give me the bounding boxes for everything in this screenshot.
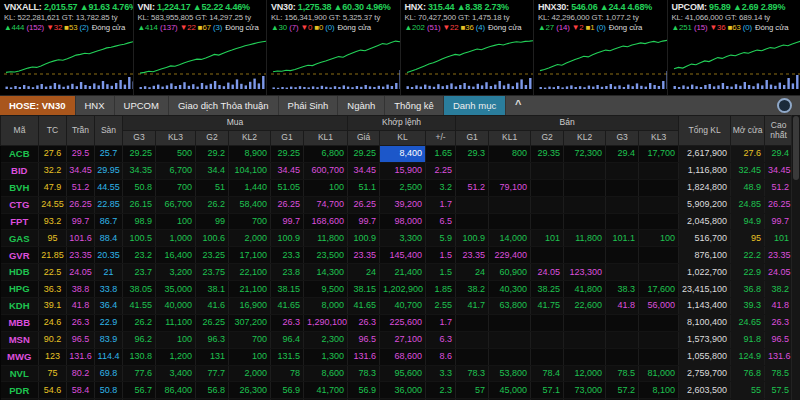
cell-bid1-vol[interactable]: 41,700: [304, 382, 348, 399]
cell-bid2-price[interactable]: 77.7: [196, 365, 229, 382]
cell-ask1-price[interactable]: 23.35: [456, 247, 489, 264]
tab-hnx[interactable]: HNX: [76, 96, 115, 115]
cell-match-price[interactable]: 24: [348, 264, 380, 281]
cell-bid1-price[interactable]: 26.25: [271, 196, 304, 213]
cell-bid3-vol[interactable]: 100: [156, 213, 196, 230]
cell-ask1-vol[interactable]: 40,300: [489, 281, 531, 298]
cell-total-vol[interactable]: 1,143,400: [679, 298, 731, 315]
cell-code[interactable]: MBB: [1, 314, 39, 331]
cell-ask2-vol[interactable]: 123,300: [564, 264, 606, 281]
cell-high[interactable]: 51.2: [765, 179, 793, 196]
cell-ask3-price[interactable]: [606, 264, 639, 281]
cell-match-price[interactable]: 34.45: [348, 162, 380, 179]
cell-ask1-vol[interactable]: [489, 162, 531, 179]
cell-code[interactable]: HDB: [1, 264, 39, 281]
cell-ask3-price[interactable]: [606, 162, 639, 179]
cell-total-vol[interactable]: 1,116,800: [679, 162, 731, 179]
cell-ask1-vol[interactable]: 53,800: [489, 365, 531, 382]
cell-change[interactable]: 1.7: [426, 314, 456, 331]
tab-danh-m-c[interactable]: Danh mục: [444, 96, 506, 115]
cell-floor[interactable]: 36.4: [95, 298, 123, 315]
cell-bid1-price[interactable]: 78: [271, 365, 304, 382]
cell-floor[interactable]: 22.85: [95, 196, 123, 213]
cell-code[interactable]: PDR: [1, 382, 39, 399]
cell-code[interactable]: KDH: [1, 298, 39, 315]
cell-match-vol[interactable]: 1,202,900: [380, 281, 426, 298]
cell-bid1-price[interactable]: 26.3: [271, 314, 304, 331]
cell-total-vol[interactable]: 23,415,100: [679, 281, 731, 298]
support-icon[interactable]: [777, 98, 792, 113]
cell-match-vol[interactable]: 68,600: [380, 348, 426, 365]
cell-bid3-vol[interactable]: 3,400: [156, 365, 196, 382]
cell-ceiling[interactable]: 23.35: [67, 247, 95, 264]
cell-floor[interactable]: 20.35: [95, 247, 123, 264]
cell-high[interactable]: 101: [765, 230, 793, 247]
cell-ask3-price[interactable]: 41.8: [606, 298, 639, 315]
cell-ask1-price[interactable]: 100.9: [456, 230, 489, 247]
cell-open[interactable]: 95: [731, 230, 765, 247]
cell-open[interactable]: 36.8: [731, 281, 765, 298]
cell-open[interactable]: 22.2: [731, 247, 765, 264]
cell-code[interactable]: FPT: [1, 213, 39, 230]
cell-match-vol[interactable]: 2,500: [380, 179, 426, 196]
cell-code[interactable]: NVL: [1, 365, 39, 382]
cell-high[interactable]: 29.4: [765, 146, 793, 163]
cell-bid2-price[interactable]: 56.8: [196, 382, 229, 399]
cell-total-vol[interactable]: 2,617,900: [679, 146, 731, 163]
cell-bid2-vol[interactable]: 104,100: [229, 162, 271, 179]
cell-change[interactable]: 5.9: [426, 230, 456, 247]
cell-ask2-vol[interactable]: 72,300: [564, 146, 606, 163]
cell-open[interactable]: 22.9: [731, 264, 765, 281]
cell-match-vol[interactable]: 8,400: [380, 146, 426, 163]
cell-match-vol[interactable]: 40,700: [380, 298, 426, 315]
cell-tc[interactable]: 24.55: [39, 196, 67, 213]
cell-ask3-vol[interactable]: 17,600: [639, 281, 679, 298]
cell-floor[interactable]: 88.4: [95, 230, 123, 247]
cell-total-vol[interactable]: 5,909,200: [679, 196, 731, 213]
scrollbar[interactable]: [791, 115, 800, 400]
cell-bid2-price[interactable]: 96.3: [196, 331, 229, 348]
cell-bid3-vol[interactable]: 40,000: [156, 298, 196, 315]
cell-change[interactable]: 1.5: [426, 264, 456, 281]
cell-open[interactable]: 32.45: [731, 162, 765, 179]
cell-high[interactable]: 57.5: [765, 382, 793, 399]
cell-ceiling[interactable]: 41.8: [67, 298, 95, 315]
cell-match-price[interactable]: 38.15: [348, 281, 380, 298]
index-panel-hnx30[interactable]: HNX30: 546.06 ▲24.4 4.68%KL: 42,296,000 …: [534, 0, 668, 95]
cell-ask3-vol[interactable]: 17,700: [639, 146, 679, 163]
cell-tc[interactable]: 22.5: [39, 264, 67, 281]
cell-match-vol[interactable]: 145,400: [380, 247, 426, 264]
cell-open[interactable]: 27.6: [731, 146, 765, 163]
cell-ask1-vol[interactable]: [489, 314, 531, 331]
cell-bid1-vol[interactable]: 2,300: [304, 331, 348, 348]
cell-ask2-price[interactable]: 24.05: [531, 264, 564, 281]
tab-hose-vn30[interactable]: HOSE: VN30: [0, 96, 76, 115]
cell-ask2-vol[interactable]: 22,600: [564, 298, 606, 315]
cell-total-vol[interactable]: 1,055,800: [679, 348, 731, 365]
cell-bid2-price[interactable]: 23.75: [196, 264, 229, 281]
cell-change[interactable]: 1.5: [426, 247, 456, 264]
cell-high[interactable]: 23.35: [765, 247, 793, 264]
cell-bid1-price[interactable]: 100.9: [271, 230, 304, 247]
cell-tc[interactable]: 36.3: [39, 281, 67, 298]
cell-open[interactable]: 39.3: [731, 298, 765, 315]
cell-tc[interactable]: 93.2: [39, 213, 67, 230]
cell-ask1-vol[interactable]: 63,800: [489, 298, 531, 315]
cell-ask1-price[interactable]: 38.2: [456, 281, 489, 298]
cell-open[interactable]: 48.9: [731, 179, 765, 196]
cell-bid2-vol[interactable]: 2,000: [229, 230, 271, 247]
cell-code[interactable]: CTG: [1, 196, 39, 213]
cell-floor[interactable]: 22.9: [95, 314, 123, 331]
cell-bid1-price[interactable]: 29.25: [271, 146, 304, 163]
cell-floor[interactable]: 69.8: [95, 365, 123, 382]
cell-total-vol[interactable]: 516,700: [679, 230, 731, 247]
cell-ask2-price[interactable]: 29.35: [531, 146, 564, 163]
cell-bid2-vol[interactable]: 100: [229, 348, 271, 365]
cell-code[interactable]: MSN: [1, 331, 39, 348]
cell-ask2-vol[interactable]: 12,000: [564, 365, 606, 382]
cell-ask2-vol[interactable]: [564, 213, 606, 230]
cell-bid3-vol[interactable]: 100: [156, 331, 196, 348]
cell-bid2-vol[interactable]: 307,200: [229, 314, 271, 331]
cell-ask3-price[interactable]: [606, 247, 639, 264]
cell-ask2-vol[interactable]: [564, 179, 606, 196]
